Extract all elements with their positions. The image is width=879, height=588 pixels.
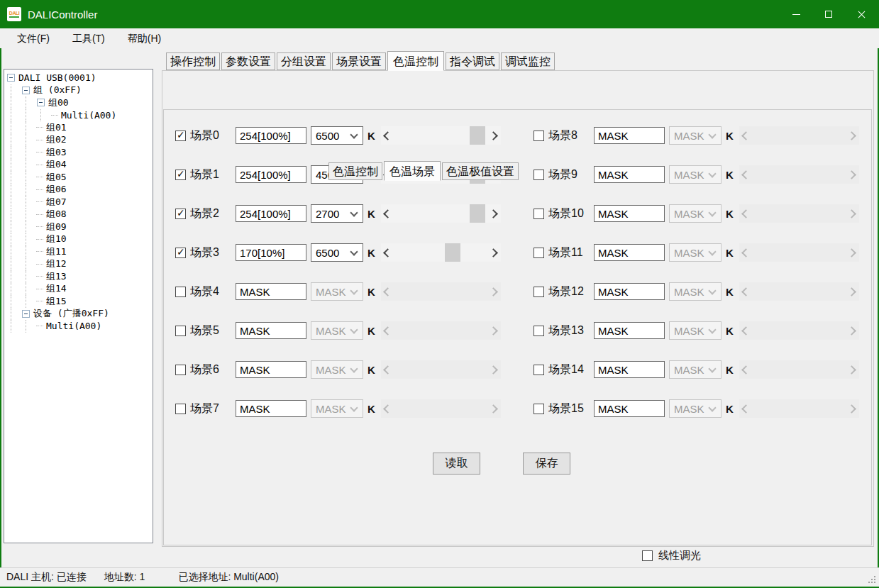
scene-slider[interactable] [739,165,859,184]
scroll-right-arrow-icon[interactable] [847,360,859,379]
scene-checkbox[interactable] [175,248,186,258]
scroll-right-arrow-icon[interactable] [847,282,859,301]
scene-value-input[interactable] [594,322,665,339]
save-button[interactable]: 保存 [523,453,570,475]
scroll-right-arrow-icon[interactable] [847,321,859,340]
tree-item[interactable]: 组06 [6,184,153,196]
scene-value-input[interactable] [236,166,306,183]
tree-item[interactable]: 组04 [6,159,153,172]
tree-item[interactable]: Multi(A00) [6,109,153,122]
scene-value-input[interactable] [594,166,665,183]
scene-value-input[interactable] [236,283,306,300]
scroll-left-arrow-icon[interactable] [739,204,751,223]
scene-slider[interactable] [739,399,859,418]
scene-slider[interactable] [739,204,859,223]
scene-temp-select[interactable]: MASK [669,204,722,223]
scroll-left-arrow-icon[interactable] [739,165,751,184]
scroll-thumb[interactable] [470,204,485,223]
scene-checkbox[interactable] [534,248,544,258]
scene-value-input[interactable] [594,127,665,144]
scene-slider[interactable] [739,360,859,379]
linear-dim-checkbox[interactable] [642,550,653,561]
tree-expander-icon[interactable] [7,74,15,82]
scroll-right-arrow-icon[interactable] [489,399,501,418]
scene-value-input[interactable] [594,361,665,378]
scroll-right-arrow-icon[interactable] [847,126,859,145]
tree-item[interactable]: 组05 [6,171,153,184]
scroll-right-arrow-icon[interactable] [489,360,501,379]
scene-slider[interactable] [381,204,501,223]
tree-item[interactable]: 组09 [6,221,153,233]
scroll-right-arrow-icon[interactable] [847,204,859,223]
scene-checkbox[interactable] [534,131,544,141]
scene-temp-select[interactable]: MASK [311,282,363,301]
scene-checkbox[interactable] [534,209,544,219]
resize-grip[interactable] [874,582,875,583]
scene-temp-select[interactable]: MASK [311,399,363,418]
scene-checkbox[interactable] [175,170,186,180]
scroll-right-arrow-icon[interactable] [489,126,501,145]
tree-expander-icon[interactable] [37,99,45,106]
minimize-button[interactable] [780,0,812,28]
scene-temp-select[interactable]: 6500 [311,126,363,145]
scene-value-input[interactable] [236,244,306,261]
scroll-right-arrow-icon[interactable] [847,399,859,418]
tree-item[interactable]: 组08 [6,209,153,221]
scene-value-input[interactable] [594,400,665,417]
scene-temp-select[interactable]: MASK [669,399,722,418]
scene-temp-select[interactable]: MASK [669,165,722,184]
scene-checkbox[interactable] [534,404,544,414]
tree-item[interactable]: 组15 [6,295,153,308]
scene-temp-select[interactable]: MASK [669,321,722,340]
scroll-left-arrow-icon[interactable] [739,321,751,340]
scene-value-input[interactable] [236,205,306,222]
scene-value-input[interactable] [594,283,665,300]
main-tab-4[interactable]: 色温控制 [387,51,444,71]
menu-item-2[interactable]: 帮助(H) [116,28,172,48]
scroll-left-arrow-icon[interactable] [381,360,393,379]
scene-value-input[interactable] [594,205,665,222]
scene-slider[interactable] [739,282,859,301]
scene-checkbox[interactable] [175,404,186,414]
tree-item[interactable]: 组03 [6,146,153,159]
scene-slider[interactable] [739,126,859,145]
menu-item-1[interactable]: 工具(T) [61,28,116,48]
scene-slider[interactable] [381,126,501,145]
tree-item[interactable]: Multi(A00) [6,320,153,333]
scroll-left-arrow-icon[interactable] [381,321,393,340]
tree-item[interactable]: 组13 [6,270,153,283]
scene-temp-select[interactable]: MASK [311,321,363,340]
tree-item[interactable]: 组 (0xFF) [6,84,153,97]
scene-checkbox[interactable] [175,365,186,375]
tree-item[interactable]: 设备 (广播0xFF) [6,308,153,321]
scroll-thumb[interactable] [445,243,460,262]
scene-slider[interactable] [381,243,501,262]
scene-value-input[interactable] [236,322,306,339]
scene-temp-select[interactable]: MASK [669,126,722,145]
scene-value-input[interactable] [236,400,306,417]
sub-tab-1[interactable]: 色温场景 [384,161,441,181]
maximize-button[interactable] [812,0,845,28]
tree-item[interactable]: DALI USB(0001) [6,72,153,84]
scroll-right-arrow-icon[interactable] [489,321,501,340]
scroll-left-arrow-icon[interactable] [381,243,393,262]
sub-tab-2[interactable]: 色温极值设置 [442,162,519,180]
scene-checkbox[interactable] [175,209,186,219]
main-tab-3[interactable]: 场景设置 [332,52,386,70]
scroll-left-arrow-icon[interactable] [739,126,751,145]
scene-checkbox[interactable] [534,326,544,336]
scroll-left-arrow-icon[interactable] [381,204,393,223]
scene-slider[interactable] [739,321,859,340]
main-tab-5[interactable]: 指令调试 [446,52,499,70]
scene-temp-select[interactable]: MASK [669,243,722,262]
scene-temp-select[interactable]: MASK [669,360,722,379]
sub-tab-0[interactable]: 色温控制 [328,162,382,180]
tree-expander-icon[interactable] [22,87,30,94]
tree-item[interactable]: 组00 [6,96,153,109]
scene-value-input[interactable] [236,127,306,144]
scene-checkbox[interactable] [534,170,544,180]
main-tab-0[interactable]: 操作控制 [166,52,220,70]
scene-temp-select[interactable]: 6500 [311,243,363,262]
scene-temp-select[interactable]: MASK [669,282,722,301]
scene-value-input[interactable] [594,244,665,261]
